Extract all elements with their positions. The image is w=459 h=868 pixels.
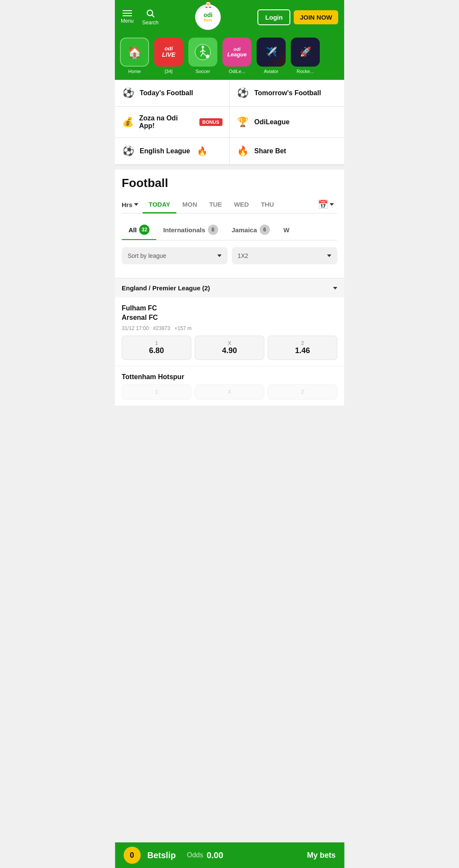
league-title: England / Premier League (2) <box>122 284 210 292</box>
menu-zoza[interactable]: 💰 Zoza na Odi App! BONUS <box>115 107 230 138</box>
svg-line-1 <box>152 15 154 17</box>
hrs-selector[interactable]: Hrs <box>122 198 143 212</box>
search-button[interactable]: Search <box>142 9 158 26</box>
match-date: 31/12 17:00 <box>122 325 149 331</box>
search-label: Search <box>142 20 158 26</box>
filter-all-count: 32 <box>139 225 149 235</box>
quicknav-item-rocketman[interactable]: 🚀 Rocke... <box>290 38 321 74</box>
sort-by-league-dropdown[interactable]: Sort by league <box>122 247 228 264</box>
search-icon <box>146 9 155 18</box>
odileague-menu-label: OdiLeague <box>254 118 290 126</box>
match-odds: 1 6.80 X 4.90 2 1.46 <box>122 336 337 360</box>
odd-x[interactable]: X 4.90 <box>195 336 264 360</box>
odd-1-value: 6.80 <box>126 346 187 355</box>
filter-internationals[interactable]: Internationals 8 <box>156 220 225 240</box>
tab-thu[interactable]: THU <box>255 196 280 213</box>
quicknav-item-home[interactable]: 🏠 Home <box>119 38 150 74</box>
team1: Fulham FC <box>122 304 337 313</box>
sort-chevron <box>217 254 222 257</box>
aviator-label: Aviator <box>264 69 278 74</box>
match-id: #23873 <box>153 325 170 331</box>
odd-1[interactable]: 1 6.80 <box>122 336 191 360</box>
league-section: England / Premier League (2) Fulham FC A… <box>115 278 344 406</box>
menu-english-league[interactable]: ⚽ English League 🔥 <box>115 138 230 165</box>
calendar-icon: 📅 <box>318 199 328 210</box>
bonus-badge: BONUS <box>199 118 222 126</box>
logo-text: odi <box>204 12 213 18</box>
tab-wed[interactable]: WED <box>228 196 255 213</box>
login-button[interactable]: Login <box>257 9 290 25</box>
filter-jamaica-count: 6 <box>260 225 270 235</box>
tab-mon[interactable]: MON <box>176 196 203 213</box>
quicknav-item-live[interactable]: odi LIVE [34] <box>153 38 184 74</box>
day-tabs: Hrs TODAY MON TUE WED THU 📅 <box>122 196 337 213</box>
quicknav-item-soccer[interactable]: Soccer <box>187 38 218 74</box>
sort-label: Sort by league <box>128 252 166 259</box>
odd-2-value: 1.46 <box>272 346 333 355</box>
english-league-label: English League <box>140 147 190 155</box>
menu-todays-football[interactable]: ⚽ Today's Football <box>115 80 230 107</box>
odd-2[interactable]: 2 1.46 <box>268 336 337 360</box>
svg-point-9 <box>206 55 209 58</box>
tab-today[interactable]: TODAY <box>143 196 176 213</box>
quick-nav: 🏠 Home odi LIVE [34] Soc <box>115 34 344 80</box>
match-row-partial: Tottenham Hotspur 1 X 2 <box>115 366 344 406</box>
odd-1-partial[interactable]: 1 <box>122 384 191 400</box>
todays-football-label: Today's Football <box>140 89 193 97</box>
market-chevron <box>327 254 331 257</box>
football-icon2: ⚽ <box>237 88 249 99</box>
menu-button[interactable]: Menu <box>121 10 134 24</box>
more-markets: +157 m <box>174 325 191 331</box>
hrs-chevron <box>134 203 138 206</box>
hamburger-icon <box>123 10 132 16</box>
filter-internationals-count: 8 <box>208 225 218 235</box>
live-icon: odi LIVE <box>154 38 183 67</box>
svg-point-3 <box>202 46 204 48</box>
hrs-label: Hrs <box>122 201 132 208</box>
filter-dropdowns: Sort by league 1X2 <box>122 247 337 264</box>
match-info: 31/12 17:00 #23873 +157 m <box>122 325 337 331</box>
quicknav-item-odileague[interactable]: odi League OdiLe... <box>222 38 252 74</box>
filter-more[interactable]: W <box>277 220 296 240</box>
calendar-button[interactable]: 📅 <box>314 196 337 213</box>
match-row: Fulham FC Arsenal FC 31/12 17:00 #23873 … <box>115 298 344 366</box>
aviator-icon: ✈️ <box>257 38 286 67</box>
top-nav: Menu Search 🎅 odi Bets Login JOIN NOW <box>115 0 344 34</box>
tomorrows-football-label: Tomorrow's Football <box>254 89 321 97</box>
league-chevron <box>333 287 337 289</box>
menu-share-bet[interactable]: 🔥 Share Bet <box>230 138 345 165</box>
football-icon3: ⚽ <box>122 146 134 157</box>
join-button[interactable]: JOIN NOW <box>294 10 338 24</box>
odileague-icon: odi League <box>222 38 251 67</box>
quicknav-item-aviator[interactable]: ✈️ Aviator <box>256 38 287 74</box>
odd-2-label-p: 2 <box>272 389 333 395</box>
share-bet-label: Share Bet <box>254 147 287 155</box>
menu-odileague[interactable]: 🏆 OdiLeague <box>230 107 345 138</box>
fire-icon2: 🔥 <box>237 146 249 157</box>
menu-tomorrows-football[interactable]: ⚽ Tomorrow's Football <box>230 80 345 107</box>
rocketman-icon: 🚀 <box>291 38 320 67</box>
filter-jamaica[interactable]: Jamaica 6 <box>225 220 277 240</box>
odd-1-label: 1 <box>126 340 187 346</box>
logo-hat: 🎅 <box>205 1 212 8</box>
nav-right: Login JOIN NOW <box>257 9 338 25</box>
filter-jamaica-label: Jamaica <box>232 226 257 234</box>
menu-grid: ⚽ Today's Football ⚽ Tomorrow's Football… <box>115 80 344 165</box>
odileague-label: OdiLe... <box>229 69 246 74</box>
nav-left: Menu Search <box>121 9 158 26</box>
fire-icon: 🔥 <box>197 146 208 156</box>
soccer-label: Soccer <box>196 69 210 74</box>
market-dropdown[interactable]: 1X2 <box>232 247 338 264</box>
filter-more-label: W <box>284 226 289 234</box>
market-label: 1X2 <box>238 252 249 259</box>
odd-x-label: X <box>199 340 260 346</box>
home-icon: 🏠 <box>120 38 149 67</box>
league-header[interactable]: England / Premier League (2) <box>115 278 344 298</box>
odd-2-partial[interactable]: 2 <box>268 384 337 400</box>
live-label: [34] <box>165 69 172 74</box>
football-section: Football Hrs TODAY MON TUE WED THU 📅 All… <box>115 170 344 278</box>
filter-tabs: All 32 Internationals 8 Jamaica 6 W <box>122 220 337 240</box>
odd-x-partial[interactable]: X <box>195 384 264 400</box>
filter-all[interactable]: All 32 <box>122 220 156 240</box>
tab-tue[interactable]: TUE <box>203 196 228 213</box>
